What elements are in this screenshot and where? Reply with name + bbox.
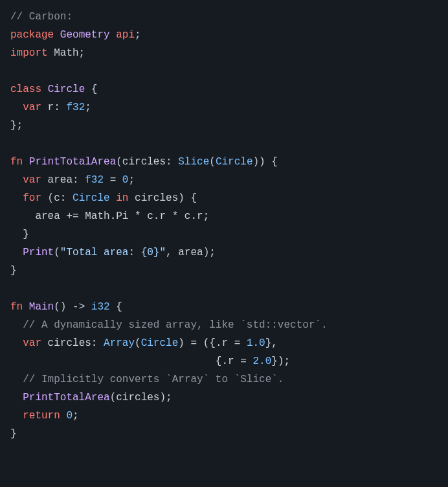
type-f32: f32 [85,174,104,186]
paren: ( [54,247,60,258]
ident-circle: Circle [48,84,85,95]
fn-print: Print [23,247,54,258]
indent [10,192,23,204]
params: (circles: [116,156,178,168]
init: ) = ({.r = [178,337,247,349]
num-one: 1.0 [247,337,265,349]
brace: { [110,301,122,313]
kw-return: return [23,410,60,422]
ident-math: Math; [48,47,85,59]
comment-line: // A dynamically sized array, like `std:… [10,319,328,331]
ident-geometry: Geometry [60,29,110,41]
code-block: // Carbon: package Geometry api; import … [10,8,438,443]
args: , area); [166,247,216,258]
indent [10,174,23,186]
type-f32: f32 [66,102,85,113]
brace: }; [10,120,23,131]
num-zero: 0 [66,410,73,422]
fn-printtotalarea: PrintTotalArea [29,156,116,168]
punct: ; [85,102,91,113]
kw-for: for [23,192,41,204]
args: (circles); [110,392,172,403]
punct: ; [73,410,79,422]
fn-main: Main [29,301,54,313]
paren: ( [135,337,141,349]
kw-package: package [10,29,54,41]
indent [10,392,23,403]
for-paren: (c: [41,192,73,204]
sig: () -> [54,301,91,313]
stmt-area: area += Math.Pi * c.r * c.r; [10,210,209,222]
punct: }, [265,337,278,349]
kw-var: var [23,174,41,186]
eq: = [104,174,122,186]
type-array: Array [104,337,135,349]
fn-printtotalarea-call: PrintTotalArea [23,392,109,403]
space [110,192,117,204]
brace: { [85,84,97,95]
brace: } [10,229,29,240]
str-totalarea: "Total area: {0}" [60,247,166,258]
type-i32: i32 [91,301,110,313]
indent [10,410,23,422]
space [60,410,67,422]
indent [10,102,23,113]
indent [10,337,23,349]
brace: )) { [252,156,277,168]
kw-fn: fn [10,156,23,168]
cont-indent: {.r = [10,356,252,367]
kw-in: in [116,192,128,204]
kw-api: api [116,29,135,41]
ident-area: area: [41,174,85,186]
punct: }); [271,356,290,367]
type-circle: Circle [73,192,110,204]
type-slice: Slice [178,156,209,168]
for-body: circles) { [128,192,197,204]
punct: ; [128,174,135,186]
comment-line: // Carbon: [10,11,73,23]
kw-import: import [10,47,48,59]
type-circle: Circle [141,337,179,349]
ident-r: r: [41,102,66,113]
comment-line: // Implicitly converts `Array` to `Slice… [10,374,284,385]
kw-var: var [23,102,41,113]
ident-circles: circles: [41,337,104,349]
kw-var: var [23,337,41,349]
paren: ( [209,156,216,168]
punct: ; [135,29,141,41]
brace: } [10,428,17,440]
kw-fn: fn [10,301,23,313]
brace: } [10,265,17,277]
indent [10,247,23,258]
num-two: 2.0 [252,356,271,367]
type-circle: Circle [216,156,253,168]
kw-class: class [10,84,41,95]
